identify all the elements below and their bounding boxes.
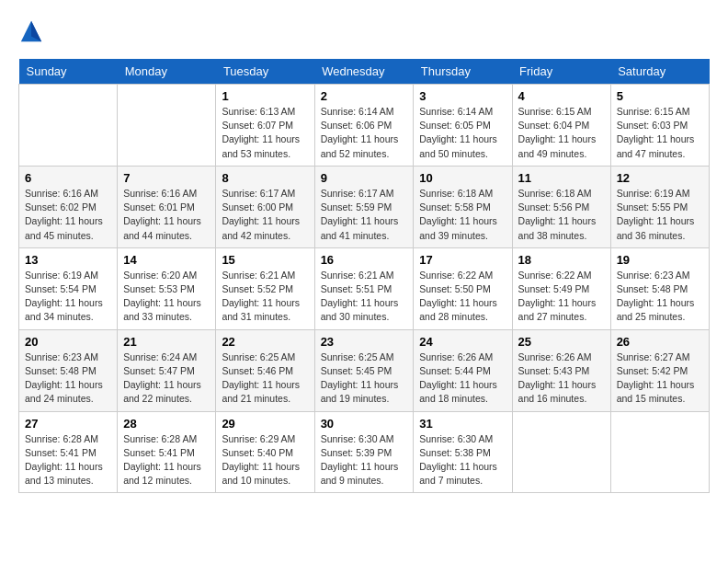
day-number: 15: [222, 253, 308, 267]
day-number: 16: [321, 253, 408, 267]
day-number: 12: [617, 171, 703, 185]
day-number: 10: [419, 171, 506, 185]
sunset-text: Sunset: 5:44 PM: [419, 365, 491, 376]
sunset-text: Sunset: 5:40 PM: [222, 447, 293, 458]
sunset-text: Sunset: 6:00 PM: [222, 201, 293, 213]
day-info: Sunrise: 6:21 AMSunset: 5:51 PMDaylight:…: [321, 269, 408, 325]
calendar-cell: 27Sunrise: 6:28 AMSunset: 5:41 PMDayligh…: [19, 411, 118, 493]
day-number: 31: [419, 417, 506, 431]
sunrise-text: Sunrise: 6:21 AM: [222, 270, 295, 281]
calendar-cell: 9Sunrise: 6:17 AMSunset: 5:59 PMDaylight…: [314, 166, 414, 247]
calendar-cell: 13Sunrise: 6:19 AMSunset: 5:54 PMDayligh…: [19, 247, 118, 329]
sunset-text: Sunset: 5:46 PM: [222, 365, 293, 376]
sunset-text: Sunset: 5:58 PM: [419, 201, 491, 213]
calendar-cell: 17Sunrise: 6:22 AMSunset: 5:50 PMDayligh…: [414, 247, 512, 329]
daylight-text: Daylight: 11 hours and 27 minutes.: [518, 297, 597, 322]
daylight-text: Daylight: 11 hours and 21 minutes.: [222, 379, 300, 404]
sunrise-text: Sunrise: 6:28 AM: [25, 433, 98, 444]
day-number: 11: [518, 171, 605, 185]
day-info: Sunrise: 6:15 AMSunset: 6:03 PMDaylight:…: [617, 105, 703, 161]
sunset-text: Sunset: 6:01 PM: [123, 201, 195, 213]
sunset-text: Sunset: 5:54 PM: [25, 283, 97, 294]
calendar-cell: 26Sunrise: 6:27 AMSunset: 5:42 PMDayligh…: [610, 329, 709, 411]
day-info: Sunrise: 6:24 AMSunset: 5:47 PMDaylight:…: [123, 350, 210, 407]
calendar-cell: 24Sunrise: 6:26 AMSunset: 5:44 PMDayligh…: [414, 329, 512, 411]
daylight-text: Daylight: 11 hours and 45 minutes.: [25, 215, 103, 240]
day-number: 19: [617, 253, 703, 267]
sunrise-text: Sunrise: 6:19 AM: [25, 270, 98, 281]
weekday-header-wednesday: Wednesday: [314, 59, 414, 85]
day-info: Sunrise: 6:20 AMSunset: 5:53 PMDaylight:…: [123, 269, 210, 325]
sunrise-text: Sunrise: 6:14 AM: [321, 106, 394, 117]
sunrise-text: Sunrise: 6:26 AM: [419, 351, 493, 362]
sunset-text: Sunset: 6:05 PM: [419, 120, 491, 131]
daylight-text: Daylight: 11 hours and 53 minutes.: [222, 133, 300, 158]
daylight-text: Daylight: 11 hours and 19 minutes.: [321, 379, 399, 404]
day-number: 27: [25, 417, 111, 431]
sunrise-text: Sunrise: 6:18 AM: [419, 188, 493, 199]
daylight-text: Daylight: 11 hours and 49 minutes.: [518, 133, 597, 158]
daylight-text: Daylight: 11 hours and 41 minutes.: [321, 215, 399, 240]
week-row-4: 20Sunrise: 6:23 AMSunset: 5:48 PMDayligh…: [19, 329, 710, 411]
calendar-cell: [118, 85, 216, 167]
daylight-text: Daylight: 11 hours and 18 minutes.: [419, 379, 497, 404]
day-number: 24: [419, 335, 506, 349]
day-number: 20: [25, 335, 111, 349]
sunset-text: Sunset: 6:02 PM: [25, 201, 97, 213]
sunrise-text: Sunrise: 6:24 AM: [123, 351, 197, 362]
week-row-1: 1Sunrise: 6:13 AMSunset: 6:07 PMDaylight…: [19, 85, 710, 167]
sunset-text: Sunset: 5:45 PM: [321, 365, 392, 376]
sunrise-text: Sunrise: 6:28 AM: [123, 433, 197, 444]
sunrise-text: Sunrise: 6:23 AM: [25, 351, 98, 362]
day-info: Sunrise: 6:28 AMSunset: 5:41 PMDaylight:…: [123, 432, 210, 488]
day-number: 26: [617, 335, 703, 349]
sunset-text: Sunset: 6:07 PM: [222, 120, 293, 131]
day-number: 29: [222, 417, 308, 431]
day-number: 2: [321, 89, 408, 103]
calendar-cell: 11Sunrise: 6:18 AMSunset: 5:56 PMDayligh…: [512, 166, 610, 247]
sunrise-text: Sunrise: 6:30 AM: [419, 433, 493, 444]
calendar-cell: 23Sunrise: 6:25 AMSunset: 5:45 PMDayligh…: [314, 329, 414, 411]
day-info: Sunrise: 6:22 AMSunset: 5:50 PMDaylight:…: [419, 269, 506, 325]
day-info: Sunrise: 6:13 AMSunset: 6:07 PMDaylight:…: [222, 105, 308, 161]
daylight-text: Daylight: 11 hours and 22 minutes.: [123, 379, 201, 404]
day-number: 1: [222, 89, 308, 103]
sunset-text: Sunset: 5:38 PM: [419, 447, 491, 458]
sunrise-text: Sunrise: 6:25 AM: [222, 351, 295, 362]
sunrise-text: Sunrise: 6:22 AM: [419, 270, 493, 281]
daylight-text: Daylight: 11 hours and 13 minutes.: [25, 461, 103, 486]
sunrise-text: Sunrise: 6:27 AM: [617, 351, 690, 362]
sunset-text: Sunset: 5:52 PM: [222, 283, 293, 294]
day-info: Sunrise: 6:25 AMSunset: 5:46 PMDaylight:…: [222, 350, 308, 407]
daylight-text: Daylight: 11 hours and 10 minutes.: [222, 461, 300, 486]
sunrise-text: Sunrise: 6:13 AM: [222, 106, 295, 117]
calendar-cell: 4Sunrise: 6:15 AMSunset: 6:04 PMDaylight…: [512, 85, 610, 167]
sunset-text: Sunset: 5:59 PM: [321, 201, 392, 213]
calendar-cell: 29Sunrise: 6:29 AMSunset: 5:40 PMDayligh…: [216, 411, 314, 493]
sunrise-text: Sunrise: 6:22 AM: [518, 270, 592, 281]
sunrise-text: Sunrise: 6:16 AM: [25, 188, 98, 199]
sunrise-text: Sunrise: 6:18 AM: [518, 188, 592, 199]
calendar-cell: 18Sunrise: 6:22 AMSunset: 5:49 PMDayligh…: [512, 247, 610, 329]
day-number: 23: [321, 335, 408, 349]
week-row-5: 27Sunrise: 6:28 AMSunset: 5:41 PMDayligh…: [19, 411, 710, 493]
daylight-text: Daylight: 11 hours and 25 minutes.: [617, 297, 695, 322]
day-number: 21: [123, 335, 210, 349]
day-number: 30: [321, 417, 408, 431]
day-number: 14: [123, 253, 210, 267]
day-info: Sunrise: 6:25 AMSunset: 5:45 PMDaylight:…: [321, 350, 408, 407]
sunrise-text: Sunrise: 6:17 AM: [222, 188, 295, 199]
day-info: Sunrise: 6:16 AMSunset: 6:02 PMDaylight:…: [25, 187, 111, 243]
daylight-text: Daylight: 11 hours and 7 minutes.: [419, 461, 497, 486]
day-info: Sunrise: 6:23 AMSunset: 5:48 PMDaylight:…: [25, 350, 111, 407]
weekday-header-saturday: Saturday: [610, 59, 709, 85]
sunrise-text: Sunrise: 6:25 AM: [321, 351, 394, 362]
day-number: 4: [518, 89, 605, 103]
daylight-text: Daylight: 11 hours and 9 minutes.: [321, 461, 399, 486]
day-number: 7: [123, 171, 210, 185]
sunset-text: Sunset: 5:39 PM: [321, 447, 392, 458]
calendar-cell: 25Sunrise: 6:26 AMSunset: 5:43 PMDayligh…: [512, 329, 610, 411]
calendar-cell: 20Sunrise: 6:23 AMSunset: 5:48 PMDayligh…: [19, 329, 118, 411]
sunrise-text: Sunrise: 6:26 AM: [518, 351, 592, 362]
weekday-header-thursday: Thursday: [414, 59, 512, 85]
